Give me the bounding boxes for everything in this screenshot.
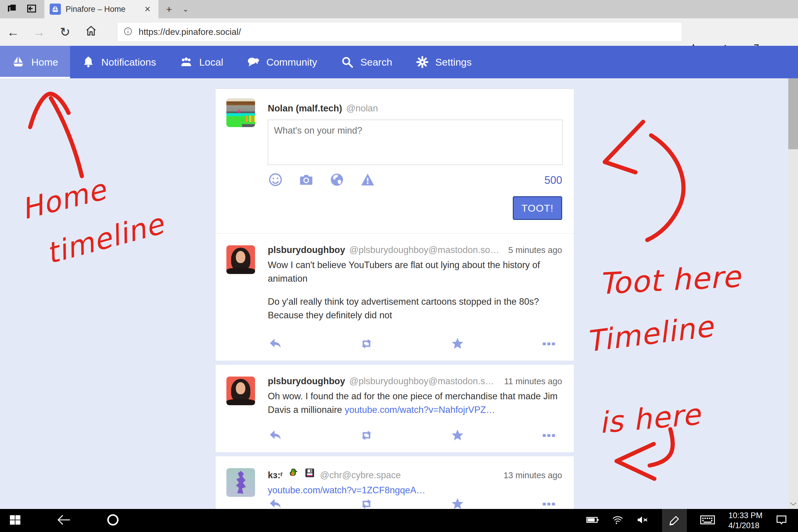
media-upload-icon[interactable] <box>299 172 314 189</box>
status-post[interactable]: kз:ʳ @chr@cybre.space 13 minutes ago you… <box>215 456 574 509</box>
post-handle: @chr@cybre.space <box>320 470 401 480</box>
nav-tab-search[interactable]: Search <box>329 46 404 78</box>
dragon-emoji-icon <box>288 468 299 480</box>
touch-keyboard-icon[interactable] <box>700 515 715 526</box>
favorite-star-icon[interactable] <box>450 336 465 352</box>
scroll-down-chevron-icon[interactable] <box>789 501 797 507</box>
action-center-icon[interactable] <box>776 514 787 527</box>
pinafore-nav: Home Notifications Local Community Searc… <box>0 46 798 78</box>
post-link[interactable]: youtube.com/watch?v=1ZCF8ngqeA… <box>268 485 425 495</box>
visibility-globe-icon[interactable] <box>329 172 345 189</box>
nav-tab-community[interactable]: Community <box>235 46 329 78</box>
cortana-circle-icon[interactable] <box>107 513 119 528</box>
taskbar-clock[interactable]: 10:33 PM 4/1/2018 <box>728 510 762 531</box>
tab-preview-icon[interactable] <box>25 3 38 16</box>
post-display-name[interactable]: plsburydoughboy <box>268 245 345 255</box>
browser-tab-bar: Pinafore – Home ✕ + ⌄ <box>0 0 798 18</box>
browser-tab-pinafore[interactable]: Pinafore – Home ✕ <box>44 0 158 18</box>
post-link[interactable]: youtube.com/watch?v=NahfojrVPZ… <box>345 405 495 415</box>
compose-input-wrap <box>268 120 563 165</box>
status-post[interactable]: plsburydoughboy @plsburydoughboy@mastodo… <box>215 233 574 361</box>
site-info-icon[interactable] <box>123 26 133 37</box>
post-handle: @plsburydoughboy@mastodon.s… <box>349 376 494 386</box>
post-handle: @plsburydoughboy@mastodon.so… <box>349 245 499 255</box>
avatar[interactable] <box>226 245 255 274</box>
compose-handle: @nolan <box>346 103 378 114</box>
clock-time: 10:33 PM <box>728 510 762 520</box>
char-count: 500 <box>545 174 562 187</box>
avatar[interactable] <box>226 377 255 405</box>
status-post[interactable]: plsburydoughboy @plsburydoughboy@mastodo… <box>215 365 574 452</box>
bell-icon <box>82 56 95 69</box>
more-options-icon[interactable] <box>542 496 556 509</box>
windows-taskbar: 10:33 PM 4/1/2018 <box>0 509 798 532</box>
post-timestamp[interactable]: 5 minutes ago <box>508 245 562 255</box>
more-options-icon[interactable] <box>542 336 556 352</box>
nav-tab-home[interactable]: Home <box>0 46 70 78</box>
sailboat-icon <box>12 56 25 69</box>
new-tab-button[interactable]: + <box>166 3 172 15</box>
post-timestamp[interactable]: 11 minutes ago <box>504 377 562 386</box>
reply-icon[interactable] <box>268 428 283 444</box>
refresh-button[interactable]: ↻ <box>52 25 78 39</box>
nav-tab-settings[interactable]: Settings <box>404 46 483 78</box>
favorite-star-icon[interactable] <box>450 496 465 509</box>
clock-date: 4/1/2018 <box>728 520 762 531</box>
avatar[interactable] <box>226 98 255 127</box>
post-display-name[interactable]: plsburydoughboy <box>268 376 345 386</box>
gear-icon <box>416 56 429 69</box>
favorite-star-icon[interactable] <box>450 428 465 444</box>
compose-box: Nolan (malf.tech) @nolan 500 <box>215 89 574 233</box>
post-text: Wow I can't believe YouTubers are flat o… <box>268 258 563 285</box>
post-display-name[interactable]: kз:ʳ <box>268 470 283 480</box>
taskbar-back-icon[interactable] <box>56 514 72 527</box>
battery-icon[interactable] <box>586 515 599 526</box>
wifi-icon[interactable] <box>612 515 624 526</box>
set-aside-tabs-icon[interactable] <box>6 3 18 16</box>
people-icon <box>180 56 193 69</box>
page-scrollbar[interactable] <box>788 78 798 509</box>
chat-bubbles-icon <box>247 56 260 69</box>
floppy-disk-emoji-icon <box>304 468 315 480</box>
windows-ink-pen-icon[interactable] <box>662 509 687 532</box>
content-warning-icon[interactable] <box>360 172 375 189</box>
nav-tab-local[interactable]: Local <box>168 46 235 78</box>
scrollbar-thumb[interactable] <box>788 78 798 149</box>
timeline-column: Nolan (malf.tech) @nolan 500 <box>215 89 574 509</box>
browser-toolbar: ← → ↻ ••• <box>0 18 798 46</box>
tab-list-chevron-icon[interactable]: ⌄ <box>183 5 189 13</box>
boost-icon[interactable] <box>359 428 374 444</box>
emoji-picker-icon[interactable] <box>268 172 283 189</box>
search-icon <box>341 56 354 69</box>
address-bar[interactable] <box>117 22 682 42</box>
tab-title: Pinafore – Home <box>65 5 137 14</box>
volume-muted-icon[interactable] <box>636 515 649 526</box>
page-viewport: Home Notifications Local Community Searc… <box>0 46 798 509</box>
home-button[interactable] <box>78 24 104 40</box>
reply-icon[interactable] <box>268 336 283 352</box>
start-button-icon[interactable] <box>9 514 21 527</box>
compose-input[interactable] <box>268 120 563 165</box>
post-text: Do y'all really think toy advertisement … <box>268 295 563 322</box>
pinafore-favicon-sailboat-icon <box>50 3 61 15</box>
nav-tab-notifications[interactable]: Notifications <box>70 46 168 78</box>
boost-icon[interactable] <box>359 336 374 352</box>
post-timestamp[interactable]: 13 minutes ago <box>504 471 562 480</box>
url-input[interactable] <box>139 27 676 37</box>
reply-icon[interactable] <box>268 496 283 509</box>
forward-button: → <box>26 25 52 39</box>
compose-display-name: Nolan (malf.tech) <box>268 103 342 114</box>
tab-close-icon[interactable]: ✕ <box>142 3 153 15</box>
back-button[interactable]: ← <box>0 25 26 39</box>
toot-button[interactable]: TOOT! <box>513 196 562 220</box>
more-options-icon[interactable] <box>542 428 556 444</box>
avatar[interactable] <box>226 468 255 497</box>
boost-icon[interactable] <box>359 496 374 509</box>
